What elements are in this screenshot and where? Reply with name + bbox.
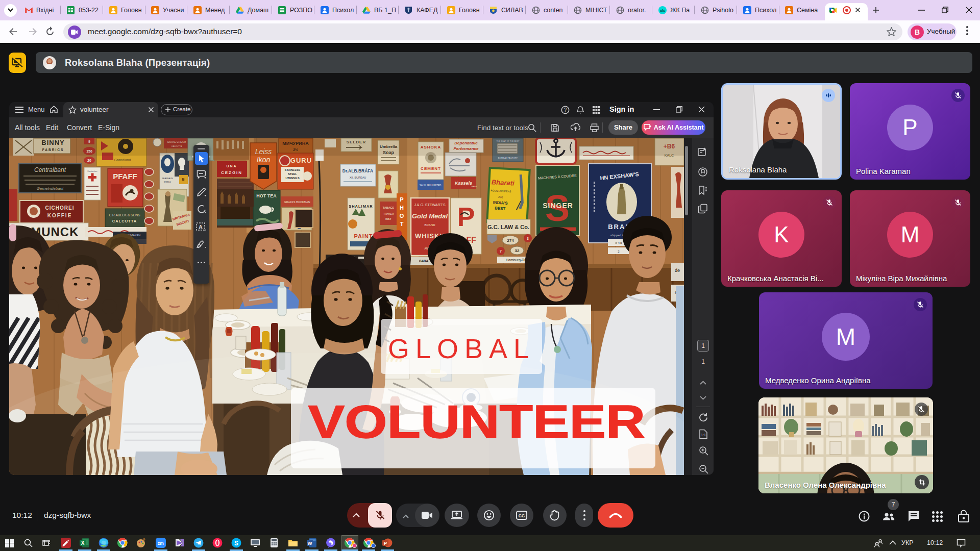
svg-text:P: P — [384, 540, 387, 546]
svg-text:CICHOREI: CICHOREI — [45, 205, 75, 211]
svg-text:BEST: BEST — [495, 206, 506, 211]
svg-text:?: ? — [564, 107, 567, 113]
svg-text:NEARFACE: NEARFACE — [162, 177, 173, 180]
svg-text:C.R.AULCK & SONS: C.R.AULCK & SONS — [109, 213, 140, 217]
svg-text:1:1: 1:1 — [701, 433, 706, 437]
svg-text:HOT TEA: HOT TEA — [256, 193, 277, 198]
svg-text:KOFFIE: KOFFIE — [47, 213, 72, 218]
svg-text:FANS: FANS — [472, 185, 477, 188]
svg-text:UTENSILS: UTENSILS — [285, 177, 300, 180]
svg-text:G.C. LAW & Co.: G.C. LAW & Co. — [487, 224, 529, 230]
svg-text:Kassels: Kassels — [455, 181, 472, 186]
svg-text:P: P — [400, 196, 403, 203]
svg-text:7: 7 — [500, 249, 502, 253]
svg-text:GRAFFS BUCKMAN: GRAFFS BUCKMAN — [284, 201, 310, 204]
svg-text:32: 32 — [515, 248, 520, 253]
svg-text:olx: olx — [660, 9, 665, 12]
svg-text:GLOBAL: GLOBAL — [388, 333, 535, 364]
svg-text:Centralbant: Centralbant — [34, 166, 66, 173]
svg-text:я ч в: я ч в — [616, 241, 622, 244]
svg-text:W: W — [308, 540, 312, 546]
svg-text:20: 20 — [87, 159, 91, 162]
svg-text:BOMBAY FACTORY: BOMBAY FACTORY — [498, 157, 518, 159]
svg-text:8484: 8484 — [419, 259, 428, 263]
svg-text:CEZGIN: CEZGIN — [221, 170, 242, 175]
svg-text:SHIELD: SHIELD — [164, 181, 172, 183]
svg-text:CALCUTTA: CALCUTTA — [112, 219, 137, 223]
svg-text:GURU: GURU — [290, 157, 312, 164]
svg-text:TRAVER: TRAVER — [383, 212, 394, 215]
svg-text:B: B — [182, 178, 184, 181]
svg-text:CC: CC — [519, 513, 525, 518]
svg-text:Bharati: Bharati — [492, 178, 515, 187]
svg-text:H: H — [400, 205, 404, 211]
svg-text:X: X — [81, 540, 85, 546]
svg-text:VOLUNTEER: VOLUNTEER — [308, 396, 645, 447]
svg-text:XII. BUREAU: XII. BUREAU — [350, 176, 366, 179]
svg-text:PFAFF: PFAFF — [113, 172, 137, 181]
svg-text:Are: Are — [498, 195, 503, 199]
svg-text:BRAND: BRAND — [424, 223, 435, 227]
svg-text:SHALIMAR: SHALIMAR — [349, 204, 373, 209]
svg-text:3: 3 — [527, 237, 529, 240]
svg-text:Hamburg-Üm: Hamburg-Üm — [506, 258, 527, 262]
svg-text:Ikon: Ikon — [257, 156, 271, 164]
svg-text:Deutsches: Deutsches — [88, 170, 97, 172]
svg-text:STEEL: STEEL — [288, 172, 297, 176]
svg-text:274: 274 — [507, 238, 514, 243]
svg-text:O: O — [400, 213, 404, 219]
svg-text:Gemeindebant: Gemeindebant — [37, 186, 64, 191]
svg-text:INDIA'S: INDIA'S — [493, 200, 508, 206]
svg-text:zm: zm — [158, 541, 164, 546]
svg-text:S: S — [234, 540, 238, 547]
svg-text:Gold Medal: Gold Medal — [412, 212, 448, 220]
svg-text:UNA: UNA — [226, 164, 237, 168]
svg-text:PAINT: PAINT — [354, 233, 373, 239]
svg-text:CEMENT: CEMENT — [421, 166, 441, 171]
svg-text:KIST: KIST — [385, 217, 391, 220]
svg-text:A: A — [199, 224, 203, 230]
svg-text:de: de — [675, 268, 680, 273]
svg-text:P: P — [457, 202, 475, 232]
svg-text:SINGER: SINGER — [543, 202, 573, 210]
svg-text:SAHU JAIN LIMITED: SAHU JAIN LIMITED — [420, 184, 442, 187]
svg-text:Grandland: Grandland — [114, 158, 131, 162]
svg-text:Dr.ALB.BRÁFA: Dr.ALB.BRÁFA — [342, 168, 373, 173]
svg-text:STAINLESS: STAINLESS — [285, 168, 301, 171]
svg-text:J.& G. STEWART'S: J.& G. STEWART'S — [414, 203, 446, 207]
svg-text:TABACS: TABACS — [383, 206, 395, 209]
svg-text:T: T — [400, 221, 404, 227]
